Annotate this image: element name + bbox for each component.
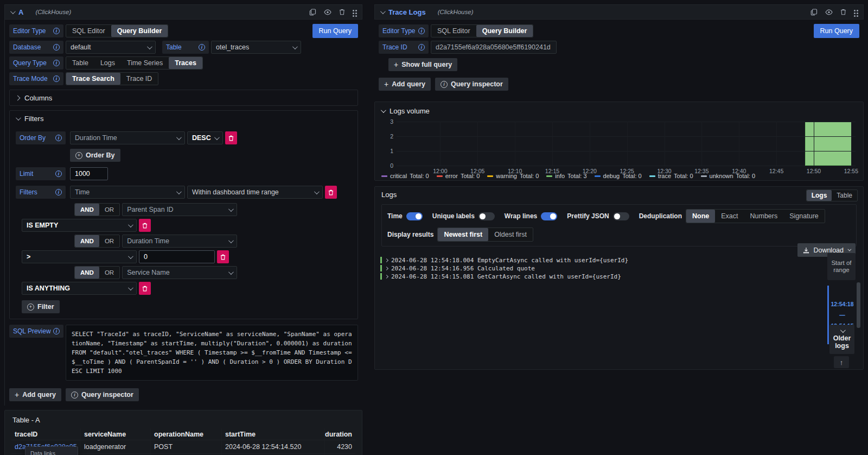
option-or[interactable]: OR (99, 267, 119, 279)
show-full-query-button[interactable]: +Show full query (388, 58, 457, 71)
remove-filter-button[interactable] (325, 186, 337, 199)
option-and[interactable]: AND (75, 204, 99, 216)
legend-item[interactable]: unknownTotal: 0 (701, 173, 756, 179)
legend-item[interactable]: infoTotal: 3 (546, 173, 586, 179)
option-none[interactable]: None (686, 210, 715, 223)
duplicate-icon[interactable] (309, 9, 316, 16)
option-table[interactable]: Table (66, 57, 94, 69)
filter-value-select[interactable]: Within dashboard time range (187, 186, 323, 199)
expand-chevron-icon[interactable] (385, 258, 388, 262)
collapse-icon[interactable] (10, 9, 16, 14)
remove-order-by-button[interactable] (225, 131, 237, 144)
option-oldest-first[interactable]: Oldest first (488, 228, 533, 241)
log-line[interactable]: 2024-06-28 12:54:18.004 EmptyCartAsync c… (380, 256, 820, 264)
option-and[interactable]: AND (75, 267, 99, 279)
col-traceid[interactable]: traceID (11, 428, 81, 440)
option-traces[interactable]: Traces (169, 57, 202, 69)
option-newest-first[interactable]: Newest first (438, 228, 488, 241)
info-icon[interactable]: i (55, 189, 62, 195)
legend-item[interactable]: warningTotal: 0 (487, 173, 539, 179)
time-toggle[interactable] (406, 212, 423, 220)
query-inspector-button[interactable]: iQuery inspector (66, 388, 139, 401)
info-bar[interactable] (805, 122, 852, 166)
condition-field-select[interactable]: Parent Span ID (122, 203, 237, 216)
option-trace-search[interactable]: Trace Search (66, 73, 120, 85)
info-icon[interactable]: i (53, 28, 60, 34)
option-numbers[interactable]: Numbers (744, 210, 784, 223)
col-duration[interactable]: duration (325, 428, 355, 440)
option-or[interactable]: OR (99, 235, 119, 247)
col-servicename[interactable]: serviceName (81, 428, 151, 440)
logs-volume-header[interactable]: Logs volume (375, 102, 863, 115)
run-query-button[interactable]: Run Query (814, 24, 859, 38)
add-order-by-button[interactable]: + Order By (70, 149, 120, 162)
trace-id-input[interactable]: d2a7155ef6a928a05680e5ff6190241d (431, 41, 557, 54)
unique-labels-toggle[interactable] (478, 212, 495, 220)
trace-logs-header[interactable]: Trace Logs (ClickHouse) (374, 4, 864, 20)
condition-field-select[interactable]: Service Name (122, 266, 237, 279)
condition-operator-select[interactable]: IS ANYTHING (22, 282, 137, 295)
legend-item[interactable]: traceTotal: 0 (649, 173, 693, 179)
add-query-button[interactable]: +Add query (9, 388, 61, 401)
limit-input[interactable]: 1000 (70, 167, 108, 180)
duplicate-icon[interactable] (810, 9, 818, 16)
query-inspector-button[interactable]: iQuery inspector (435, 78, 508, 91)
legend-item[interactable]: criticalTotal: 0 (381, 173, 429, 179)
option-logs[interactable]: Logs (94, 57, 121, 69)
info-icon[interactable]: i (199, 44, 205, 50)
order-by-field-select[interactable]: Duration Time (70, 131, 185, 144)
drag-handle-icon[interactable] (854, 10, 856, 11)
add-filter-button[interactable]: + Filter (22, 300, 60, 313)
log-line[interactable]: 2024-06-28 12:54:15.081 GetCartAsync cal… (380, 273, 820, 280)
info-icon[interactable]: i (55, 170, 62, 177)
older-logs-button[interactable]: Older logs (829, 325, 854, 354)
wrap-lines-toggle[interactable] (541, 212, 557, 220)
scrollbar-thumb[interactable] (857, 282, 860, 328)
option-and[interactable]: AND (75, 235, 99, 247)
option-sql-editor[interactable]: SQL Editor (66, 25, 111, 37)
option-trace-id[interactable]: Trace ID (120, 73, 158, 85)
info-icon[interactable]: i (53, 75, 60, 82)
database-select[interactable]: default (66, 41, 156, 54)
add-query-button[interactable]: +Add query (379, 78, 431, 91)
option-sql-editor[interactable]: SQL Editor (431, 25, 476, 37)
order-by-direction-select[interactable]: DESC (187, 131, 223, 144)
expand-chevron-icon[interactable] (385, 274, 388, 278)
expand-chevron-icon[interactable] (385, 266, 388, 270)
condition-value-input[interactable]: 0 (139, 250, 215, 263)
info-icon[interactable]: i (53, 44, 60, 50)
info-icon[interactable]: i (53, 328, 60, 334)
legend-item[interactable]: debugTotal: 0 (595, 173, 642, 179)
option-exact[interactable]: Exact (715, 210, 744, 223)
eye-icon[interactable] (324, 9, 331, 15)
table-select[interactable]: otel_traces (211, 41, 301, 54)
col-operationname[interactable]: operationName (151, 428, 222, 440)
info-icon[interactable]: i (418, 28, 425, 34)
info-icon[interactable]: i (55, 135, 62, 141)
remove-condition-button[interactable] (217, 250, 229, 263)
condition-field-select[interactable]: Duration Time (122, 235, 237, 248)
prettify-json-toggle[interactable] (613, 212, 629, 220)
col-starttime[interactable]: startTime (222, 428, 325, 440)
condition-operator-select[interactable]: IS EMPTY (22, 219, 137, 232)
scroll-to-top-button[interactable]: ↑ (834, 356, 849, 368)
option-query-builder[interactable]: Query Builder (476, 25, 533, 37)
condition-operator-select[interactable]: > (22, 250, 137, 263)
option-signature[interactable]: Signature (783, 210, 825, 223)
query-header-a[interactable]: A (ClickHouse) (4, 4, 362, 20)
columns-section-header[interactable]: Columns (10, 90, 358, 105)
legend-item[interactable]: errorTotal: 0 (437, 173, 480, 179)
filters-section-header[interactable]: Filters (10, 111, 358, 126)
option-query-builder[interactable]: Query Builder (111, 25, 168, 37)
collapse-icon[interactable] (380, 9, 386, 14)
run-query-button[interactable]: Run Query (312, 24, 358, 38)
option-or[interactable]: OR (99, 204, 119, 216)
filter-field-select[interactable]: Time (70, 186, 185, 199)
drag-handle-icon[interactable] (353, 10, 354, 11)
remove-condition-button[interactable] (139, 219, 151, 232)
remove-condition-button[interactable] (139, 282, 151, 295)
option-time-series[interactable]: Time Series (121, 57, 169, 69)
trash-icon[interactable] (840, 9, 846, 15)
option-table-view[interactable]: Table (832, 190, 857, 201)
eye-icon[interactable] (825, 9, 833, 15)
